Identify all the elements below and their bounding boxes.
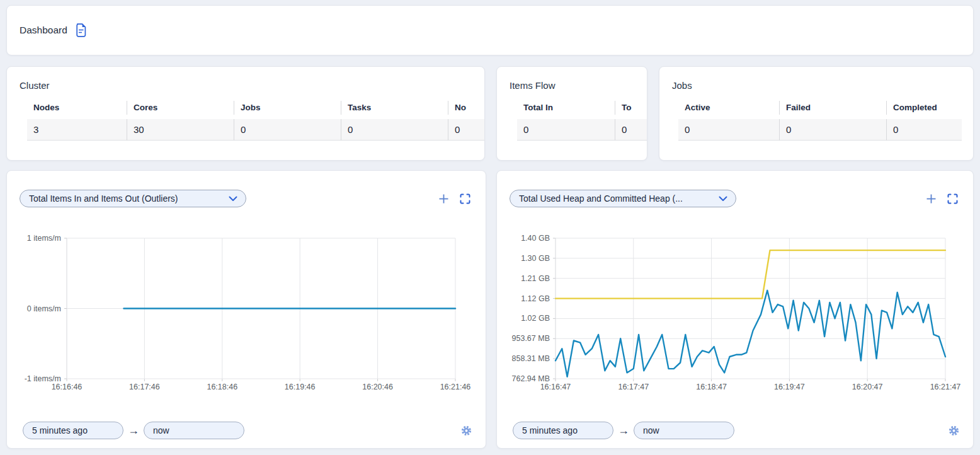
stat-value-clipped: 0 (615, 119, 647, 141)
card-title: Jobs (659, 67, 973, 91)
svg-text:858.31 MB: 858.31 MB (512, 354, 550, 363)
heap-chart-panel: Total Used Heap and Committed Heap (... (496, 170, 974, 449)
stat-value-row: 3 30 0 0 0 (27, 119, 485, 141)
time-range-bar: → (23, 422, 472, 439)
stat-header-total-in: Total In (517, 101, 615, 115)
stat-value-row: 0 0 (517, 119, 647, 141)
stat-value-tasks: 0 (341, 119, 448, 141)
dashboard-page: Dashboard Cluster Nodes Cores Jobs Tasks… (0, 0, 980, 455)
stat-value-clipped: 0 (448, 119, 485, 141)
metric-selector-label: Total Items In and Items Out (Outliers) (29, 193, 178, 204)
svg-text:1.21 GB: 1.21 GB (521, 274, 550, 283)
svg-text:762.94 MB: 762.94 MB (512, 374, 550, 383)
stat-value-completed: 0 (886, 119, 962, 141)
items-chart-panel: Total Items In and Items Out (Outliers) (6, 170, 486, 449)
gear-icon[interactable] (949, 425, 959, 436)
stat-header-row: Total In To (517, 101, 647, 115)
metric-selector[interactable]: Total Used Heap and Committed Heap (... (510, 190, 736, 207)
stat-header-row: Active Failed Completed (678, 101, 962, 115)
fullscreen-icon[interactable] (947, 193, 958, 204)
svg-text:16:17:47: 16:17:47 (618, 383, 649, 391)
svg-text:953.67 MB: 953.67 MB (512, 334, 550, 343)
items-in-out-chart: 16:16:4616:17:4616:18:4616:19:4616:20:46… (7, 231, 476, 400)
stat-value-total-in: 0 (517, 119, 615, 141)
stat-value-failed: 0 (779, 119, 886, 141)
items-flow-card: Items Flow Total In To 0 0 (496, 66, 647, 161)
chevron-down-icon (719, 196, 727, 202)
card-title: Items Flow (497, 67, 647, 91)
stat-header-tasks: Tasks (341, 101, 448, 115)
svg-text:16:20:47: 16:20:47 (852, 383, 883, 391)
svg-text:1.40 GB: 1.40 GB (521, 234, 550, 243)
document-icon[interactable] (75, 23, 87, 37)
svg-text:1.30 GB: 1.30 GB (521, 254, 550, 263)
svg-text:16:18:47: 16:18:47 (696, 383, 727, 391)
stat-header-clipped: To (615, 101, 647, 115)
svg-text:16:19:47: 16:19:47 (774, 383, 805, 391)
stat-header-failed: Failed (779, 101, 886, 115)
panel-actions (926, 193, 958, 204)
heap-usage-chart: 16:16:4716:17:4716:18:4716:19:4716:20:47… (497, 231, 966, 400)
stat-header-clipped: No (448, 101, 485, 115)
svg-text:1 items/m: 1 items/m (27, 234, 61, 243)
cluster-card: Cluster Nodes Cores Jobs Tasks No 3 30 0… (6, 66, 485, 161)
svg-text:1.12 GB: 1.12 GB (521, 294, 550, 303)
topbar: Dashboard (6, 5, 974, 55)
plus-icon[interactable] (926, 193, 937, 204)
card-title: Cluster (7, 67, 484, 91)
svg-text:16:21:47: 16:21:47 (930, 383, 961, 391)
stat-header-active: Active (678, 101, 779, 115)
svg-text:16:18:46: 16:18:46 (207, 383, 237, 391)
fullscreen-icon[interactable] (460, 193, 470, 204)
page-title: Dashboard (20, 25, 67, 36)
svg-text:16:20:46: 16:20:46 (362, 383, 393, 391)
svg-text:16:17:46: 16:17:46 (129, 383, 160, 391)
arrow-right-icon: → (618, 425, 629, 436)
svg-text:0 items/m: 0 items/m (27, 304, 61, 313)
stat-header-row: Nodes Cores Jobs Tasks No (27, 101, 485, 115)
time-range-bar: → (513, 422, 959, 439)
time-from-input[interactable] (513, 422, 613, 439)
jobs-card: Jobs Active Failed Completed 0 0 0 (659, 66, 974, 161)
stat-value-cores: 30 (127, 119, 234, 141)
svg-text:16:16:46: 16:16:46 (52, 383, 83, 391)
svg-text:16:19:46: 16:19:46 (285, 383, 316, 391)
metric-selector-label: Total Used Heap and Committed Heap (... (519, 193, 683, 204)
charts-row: Total Items In and Items Out (Outliers) (6, 170, 974, 449)
gear-icon[interactable] (461, 425, 472, 436)
stat-header-completed: Completed (886, 101, 962, 115)
plus-icon[interactable] (438, 193, 449, 204)
stat-value-active: 0 (678, 119, 779, 141)
stat-value-nodes: 3 (27, 119, 127, 141)
stat-header-nodes: Nodes (27, 101, 127, 115)
stat-header-jobs: Jobs (234, 101, 341, 115)
stat-table: Active Failed Completed 0 0 0 (678, 101, 962, 141)
time-from-input[interactable] (23, 422, 123, 439)
stat-header-cores: Cores (127, 101, 234, 115)
stat-value-row: 0 0 0 (678, 119, 962, 141)
time-to-input[interactable] (144, 422, 244, 439)
svg-text:16:21:46: 16:21:46 (440, 383, 471, 391)
svg-text:-1 items/m: -1 items/m (25, 374, 61, 383)
stat-table: Total In To 0 0 (517, 101, 647, 141)
metric-selector[interactable]: Total Items In and Items Out (Outliers) (20, 190, 246, 207)
svg-text:16:16:47: 16:16:47 (540, 383, 571, 391)
panel-header: Total Items In and Items Out (Outliers) (7, 171, 486, 207)
stat-value-jobs: 0 (234, 119, 341, 141)
stat-table: Nodes Cores Jobs Tasks No 3 30 0 0 0 (27, 101, 485, 141)
arrow-right-icon: → (128, 425, 139, 436)
chevron-down-icon (229, 196, 237, 202)
svg-text:1.02 GB: 1.02 GB (521, 314, 550, 323)
panel-header: Total Used Heap and Committed Heap (... (497, 171, 973, 207)
panel-actions (438, 193, 470, 204)
stats-row: Cluster Nodes Cores Jobs Tasks No 3 30 0… (6, 66, 974, 161)
time-to-input[interactable] (634, 422, 734, 439)
